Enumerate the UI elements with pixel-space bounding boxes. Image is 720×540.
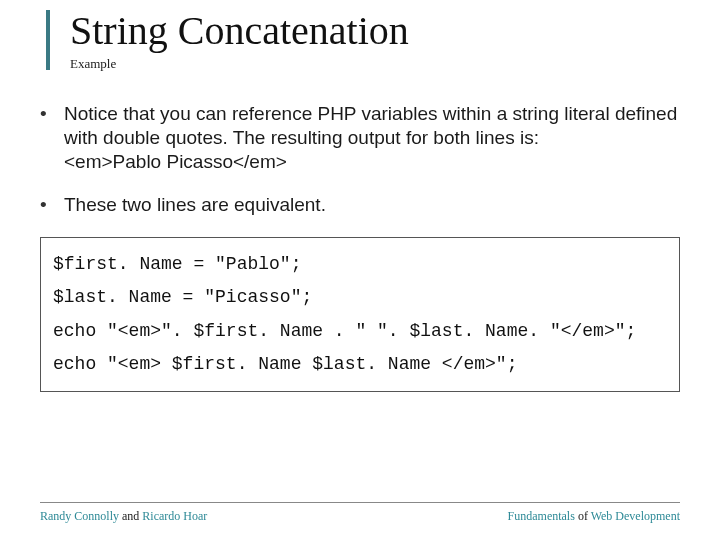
author-2: Ricardo Hoar — [142, 509, 207, 523]
slide-title: String Concatenation — [70, 10, 680, 52]
bullet-dot: • — [40, 193, 64, 217]
footer-left: Randy Connolly and Ricardo Hoar — [40, 509, 207, 524]
author-1: Randy Connolly — [40, 509, 119, 523]
slide-subtitle: Example — [70, 56, 680, 72]
footer: Randy Connolly and Ricardo Hoar Fundamen… — [40, 502, 680, 524]
code-line: $first. Name = "Pablo"; — [53, 248, 667, 281]
bullet-1-line: Notice that you can reference PHP variab… — [64, 103, 677, 148]
bullet-text: Notice that you can reference PHP variab… — [64, 102, 680, 173]
bullet-item: • Notice that you can reference PHP vari… — [40, 102, 680, 173]
footer-right: Fundamentals of Web Development — [508, 509, 680, 524]
code-line: echo "<em>". $first. Name . " ". $last. … — [53, 315, 667, 348]
footer-sep: of — [575, 509, 591, 523]
accent-bar — [46, 10, 50, 70]
book-word-1: Fundamentals — [508, 509, 575, 523]
footer-row: Randy Connolly and Ricardo Hoar Fundamen… — [40, 509, 680, 524]
code-line: echo "<em> $first. Name $last. Name </em… — [53, 348, 667, 381]
bullet-2-text: These two lines are equivalent. — [64, 193, 680, 217]
code-line: $last. Name = "Picasso"; — [53, 281, 667, 314]
body: • Notice that you can reference PHP vari… — [40, 102, 680, 392]
slide: String Concatenation Example • Notice th… — [0, 0, 720, 540]
code-block: $first. Name = "Pablo"; $last. Name = "P… — [40, 237, 680, 392]
footer-rule — [40, 502, 680, 503]
book-word-2: Web Development — [591, 509, 680, 523]
title-block: String Concatenation Example — [70, 10, 680, 72]
footer-sep: and — [119, 509, 142, 523]
bullet-dot: • — [40, 102, 64, 173]
bullet-item: • These two lines are equivalent. — [40, 193, 680, 217]
bullet-1-output: <em>Pablo Picasso</em> — [64, 151, 287, 172]
